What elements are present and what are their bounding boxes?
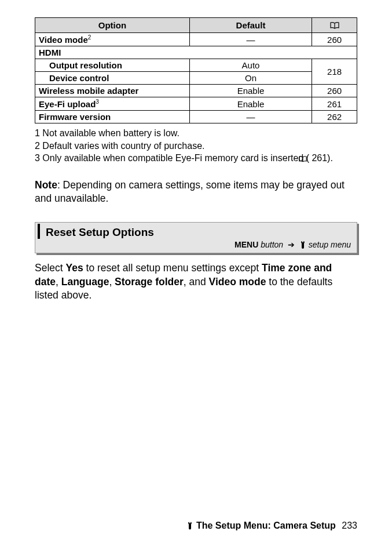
footnote-3: 3 Only available when compatible Eye-Fi … — [35, 152, 357, 166]
opt-label: Eye-Fi upload — [39, 99, 96, 109]
row-firmware: Firmware version — 262 — [35, 111, 357, 123]
opt-label: Wireless mobile adapter — [35, 85, 190, 97]
page-footer: The Setup Menu: Camera Setup 233 — [186, 521, 357, 532]
row-hdmi-header: HDMI — [35, 46, 357, 59]
row-output-resolution: Output resolution Auto 218 — [35, 59, 357, 72]
row-eyefi: Eye-Fi upload3 Enable 261 — [35, 97, 357, 111]
opt-page: 260 — [312, 85, 357, 97]
opt-label: Device control — [35, 72, 190, 85]
t: to reset all setup menu settings except — [83, 262, 262, 274]
opt-label: HDMI — [35, 46, 357, 59]
section-title: Reset Setup Options — [38, 224, 357, 239]
opt-default: — — [189, 33, 312, 46]
t: , — [109, 276, 115, 288]
breadcrumb-button: button — [258, 240, 283, 249]
row-device-control: Device control On — [35, 72, 357, 85]
t: , — [56, 276, 61, 288]
note-paragraph: Note: Depending on camera settings, some… — [35, 179, 357, 206]
opt-default: — — [189, 111, 312, 123]
note-text: : Depending on camera settings, some ite… — [35, 179, 345, 205]
col-page-ref — [312, 18, 357, 33]
body-paragraph: Select Yes to reset all setup menu setti… — [35, 261, 357, 303]
section-breadcrumb: MENU button ➔ setup menu — [35, 239, 357, 253]
t: Select — [35, 262, 66, 274]
col-default: Default — [189, 18, 312, 33]
opt-default: On — [189, 72, 312, 85]
book-icon — [330, 21, 339, 31]
opt-label: Firmware version — [35, 111, 190, 123]
wrench-icon — [299, 241, 306, 250]
row-video-mode: Video mode2 — 260 — [35, 33, 357, 46]
arrow-right-icon: ➔ — [285, 240, 297, 249]
t: Storage folder — [115, 276, 184, 288]
row-wireless: Wireless mobile adapter Enable 260 — [35, 85, 357, 97]
opt-page: 262 — [312, 111, 357, 123]
footnote-1: 1 Not available when battery is low. — [35, 127, 357, 140]
wrench-icon — [186, 521, 193, 532]
options-table: Option Default Video mode2 — 260 HDMI Ou… — [35, 17, 357, 123]
breadcrumb-setup: setup menu — [306, 240, 351, 249]
footnote-2: 2 Default varies with country of purchas… — [35, 140, 357, 152]
note-label: Note — [35, 179, 57, 191]
footer-title: The Setup Menu: Camera Setup — [196, 521, 336, 530]
footnotes: 1 Not available when battery is low. 2 D… — [35, 127, 357, 166]
col-option: Option — [35, 18, 190, 33]
footnote-3-text: 3 Only available when compatible Eye-Fi … — [35, 153, 309, 163]
breadcrumb-menu: MENU — [235, 240, 258, 249]
manual-page: Option Default Video mode2 — 260 HDMI Ou… — [0, 0, 392, 320]
footnote-3-page: 261). — [309, 153, 333, 163]
opt-page: 218 — [312, 59, 357, 85]
footer-page-number: 233 — [342, 521, 357, 530]
t: Video mode — [209, 276, 266, 288]
opt-default: Enable — [189, 97, 312, 111]
opt-page: 261 — [312, 97, 357, 111]
opt-default: Auto — [189, 59, 312, 72]
opt-label: Video mode — [39, 35, 88, 45]
t: Language — [61, 276, 109, 288]
t: Yes — [66, 262, 83, 274]
section-heading-box: Reset Setup Options MENU button ➔ setup … — [35, 222, 357, 253]
opt-default: Enable — [189, 85, 312, 97]
opt-page: 260 — [312, 33, 357, 46]
opt-label: Output resolution — [35, 59, 190, 72]
opt-sup: 3 — [96, 99, 99, 105]
opt-sup: 2 — [88, 34, 91, 41]
t: , and — [184, 276, 209, 288]
